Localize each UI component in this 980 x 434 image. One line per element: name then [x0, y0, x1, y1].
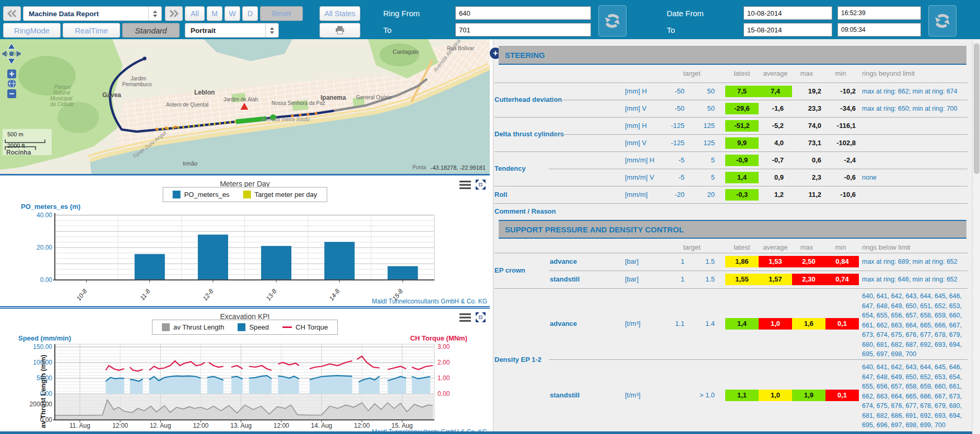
target-min: 1.1 [653, 320, 684, 327]
row-group-label: Tendency [494, 165, 526, 172]
svg-text:150.00: 150.00 [33, 343, 52, 350]
x-tick-label: 12:00 [102, 422, 138, 429]
date-to-input[interactable] [743, 23, 832, 37]
value-max: 11,2 [785, 191, 821, 198]
tab-ringmode[interactable]: RingMode [3, 23, 61, 38]
x-tick-label: 11. Aug [62, 422, 98, 429]
svg-text:2000.00: 2000.00 [30, 401, 53, 408]
row-unit: [mm/m] [625, 191, 647, 198]
report-select[interactable]: Machine Data Report [23, 6, 162, 21]
left-column: ParqueNaturalMunicipalda Cidadeda VistaG… [0, 39, 490, 434]
chart-toolbar [459, 312, 486, 322]
double-chevron-right-icon [169, 10, 179, 17]
date-from-input[interactable] [743, 6, 832, 20]
x-tick-label: 12. Aug [142, 422, 179, 429]
row-unit: [t/m³] [625, 320, 641, 327]
print-button[interactable] [320, 23, 360, 38]
spinner-icon[interactable] [148, 7, 161, 20]
row-sublabel: advance [550, 320, 577, 327]
row-unit: [mm/m] V [625, 173, 654, 181]
date-to-label: To [667, 26, 675, 34]
ring-from-label: Ring From [383, 9, 420, 18]
row-separator [549, 271, 967, 271]
svg-text:0.00: 0.00 [438, 390, 450, 397]
value-average: 1,2 [747, 191, 784, 198]
column-header-min: min [820, 69, 861, 77]
chart-legend: av Thrust Length Speed CH Torque [152, 320, 338, 335]
map-zoom-controls [7, 69, 16, 98]
tunnel-alignment-map[interactable]: ParqueNaturalMunicipalda Cidadeda VistaG… [0, 39, 490, 174]
value-min: -102,8 [819, 139, 856, 147]
right-axis-label: CH Torque (MNm) [410, 334, 467, 342]
menu-icon[interactable] [459, 313, 471, 322]
reset-button[interactable]: Reset [260, 6, 303, 21]
target-max: 1.4 [683, 320, 715, 327]
row-separator [494, 253, 967, 253]
panel-scrollbar[interactable] [972, 39, 980, 434]
expand-icon[interactable] [476, 312, 486, 322]
svg-text:0.00: 0.00 [40, 416, 53, 424]
refresh-icon [604, 12, 621, 30]
svg-text:2.00: 2.00 [438, 359, 450, 366]
value-max: 2,3 [785, 173, 821, 181]
row-separator [494, 186, 967, 186]
time-from-input[interactable] [837, 6, 921, 20]
report-select-value: Machine Data Report [23, 10, 148, 18]
target-min: -50 [653, 87, 684, 95]
row-separator [494, 203, 967, 204]
orientation-select-value: Portrait [185, 27, 265, 34]
range-all-button[interactable]: All [185, 6, 205, 21]
value-cell: 2,50 [792, 256, 825, 267]
previous-report-button[interactable] [3, 6, 21, 21]
rings-note: max at ring: 662; min at ring: 674 [862, 87, 970, 97]
legend-line-icon [282, 326, 292, 328]
refresh-dates-button[interactable] [928, 5, 957, 37]
steering-section-header: STEERING [499, 46, 966, 65]
ring-to-input[interactable] [455, 23, 591, 37]
scrollbar-thumb[interactable] [974, 43, 979, 174]
row-unit: [bar] [625, 257, 639, 265]
range-month-button[interactable]: M [207, 6, 222, 21]
column-header-rings: rings below limit [862, 243, 910, 251]
row-unit: [t/m³] [625, 391, 641, 399]
range-week-button[interactable]: W [225, 6, 240, 21]
value-cell: 7,5 [725, 86, 759, 97]
column-header-target: target [666, 243, 718, 251]
date-from-label: Date From [667, 9, 704, 18]
menu-icon[interactable] [459, 181, 471, 189]
target-max: 1.5 [683, 275, 715, 283]
expand-icon[interactable] [476, 180, 486, 190]
row-group-label: EP crown [494, 266, 525, 274]
svg-text:100.00: 100.00 [33, 359, 52, 366]
value-min: -34,6 [819, 104, 856, 112]
orientation-select[interactable]: Portrait [185, 23, 279, 38]
value-cell: 1,53 [759, 256, 792, 267]
target-min: -125 [653, 139, 684, 147]
all-states-button[interactable]: All States [320, 6, 360, 21]
toolbar: Machine Data Report All M W D Reset All … [0, 0, 980, 39]
target-min: 1 [653, 257, 684, 265]
target-max: 5 [683, 156, 715, 164]
tab-realtime[interactable]: RealTime [63, 23, 120, 38]
row-unit: [mm] V [625, 104, 646, 112]
refresh-rings-button[interactable] [598, 5, 627, 37]
value-average: 4,0 [747, 139, 784, 147]
column-header-rings: rings beyond limit [862, 69, 915, 77]
rings-note: max at ring: 646; min at ring: 652 [862, 275, 970, 285]
legend-swatch-icon [173, 191, 181, 198]
next-report-button[interactable] [165, 6, 183, 21]
rings-list: 640, 641, 642, 643, 644, 645, 646, 647, … [862, 291, 970, 359]
tab-standard[interactable]: Standard [122, 23, 180, 38]
spinner-icon[interactable] [265, 24, 278, 37]
ring-from-input[interactable] [455, 6, 591, 20]
row-separator [494, 151, 967, 152]
target-max: 125 [683, 122, 715, 130]
target-max: 20 [683, 191, 715, 198]
svg-text:50.00: 50.00 [37, 374, 52, 382]
range-day-button[interactable]: D [242, 6, 258, 21]
row-separator [494, 288, 967, 289]
svg-text:20.00: 20.00 [37, 244, 52, 251]
row-unit: [mm] V [625, 139, 646, 147]
time-to-input[interactable] [837, 23, 921, 37]
value-max: 74,0 [785, 122, 821, 130]
